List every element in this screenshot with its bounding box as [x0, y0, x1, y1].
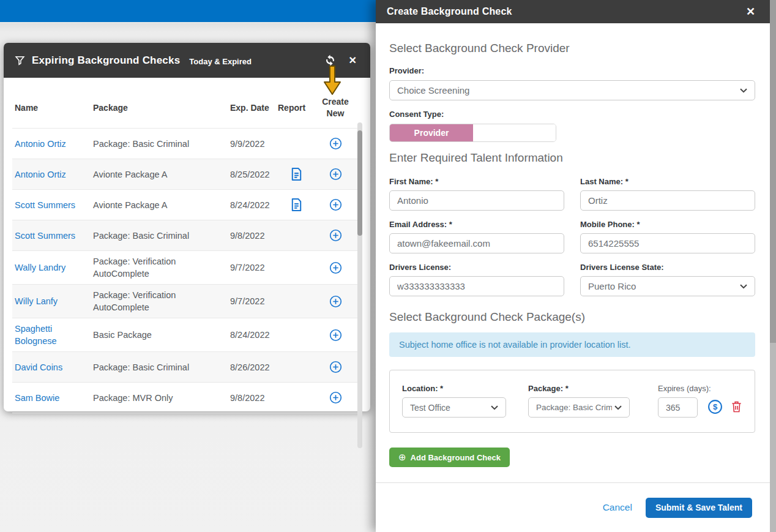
drivers-license-field[interactable] — [389, 276, 564, 296]
location-select[interactable]: Test Office — [402, 397, 506, 418]
create-new-button[interactable] — [315, 198, 354, 211]
package-select[interactable]: Package: Basic Criminal — [528, 397, 630, 418]
report-document-icon — [289, 167, 304, 181]
svg-text:$: $ — [713, 402, 718, 411]
plus-circle-icon: ⊕ — [398, 452, 406, 463]
location-select-value: Test Office — [410, 403, 450, 413]
submit-save-talent-button[interactable]: Submit & Save Talent — [646, 498, 752, 518]
create-new-button[interactable] — [315, 361, 354, 373]
report-cell[interactable] — [275, 167, 315, 181]
create-new-button[interactable] — [315, 261, 354, 274]
talent-name-link[interactable]: Wally Landry — [12, 261, 91, 274]
exp-date-cell: 8/25/2022 — [228, 168, 275, 181]
table-row: Antonio OrtizPackage: Basic Criminal9/9/… — [12, 129, 362, 159]
column-header-package: Package — [91, 103, 228, 113]
provider-location-alert: Subject home office is not available in … — [389, 332, 755, 357]
form-field: Email Address: * — [389, 220, 564, 253]
table-row: Wally LandryPackage: Verification AutoCo… — [12, 251, 362, 285]
package-cell: Package: Basic Criminal — [91, 361, 228, 373]
expiring-background-checks-panel: Expiring Background Checks Today & Expir… — [4, 43, 370, 411]
column-header-report: Report — [275, 103, 315, 113]
talent-name-link[interactable]: David Coins — [12, 361, 91, 373]
package-row-card: Location: * Test Office Package: * Packa… — [389, 370, 755, 433]
annotation-arrow-down-icon — [322, 65, 343, 98]
field-label: Last Name: * — [580, 177, 755, 186]
talent-fields-grid: First Name: *Last Name: *Email Address: … — [389, 177, 755, 296]
price-dollar-icon[interactable]: $ — [707, 399, 723, 414]
form-field: Last Name: * — [580, 177, 755, 211]
table-row: Willy LanfyPackage: Verification AutoCom… — [12, 285, 362, 318]
table-row: David CoinsPackage: Basic Criminal8/26/2… — [12, 352, 362, 383]
add-background-check-label: Add Background Check — [411, 453, 501, 462]
package-cell: Package: Basic Criminal — [91, 230, 228, 242]
create-new-button[interactable] — [315, 137, 354, 150]
consent-type-toggle: Provider — [389, 124, 556, 142]
provider-select[interactable]: Choice Screening — [389, 80, 755, 100]
talent-name-link[interactable]: Antonio Ortiz — [12, 168, 91, 181]
package-cell: Avionte Package A — [91, 199, 228, 211]
close-icon: ✕ — [349, 56, 357, 66]
mobile-phone-field[interactable] — [580, 233, 755, 253]
create-background-check-modal: Create Background Check ✕ Select Backgro… — [376, 0, 776, 532]
location-label: Location: * — [402, 384, 506, 393]
modal-close-button[interactable]: ✕ — [744, 4, 758, 20]
drivers-license-state-select[interactable]: Puerto Rico — [580, 276, 755, 296]
delete-trash-icon[interactable] — [731, 400, 742, 413]
field-label: Drivers License: — [389, 263, 564, 272]
field-label: First Name: * — [389, 177, 564, 186]
package-section-heading: Select Background Check Package(s) — [389, 310, 755, 324]
report-document-icon — [289, 198, 304, 212]
email-field[interactable] — [389, 233, 564, 253]
create-new-plus-icon — [329, 261, 342, 274]
talent-name-link[interactable]: Scott Summers — [12, 230, 91, 242]
modal-footer: Cancel Submit & Save Talent — [376, 482, 770, 532]
add-background-check-button[interactable]: ⊕ Add Background Check — [389, 448, 510, 467]
talent-name-link[interactable]: Sam Bowie — [12, 392, 91, 404]
talent-name-link[interactable]: Spaghetti Bolognese — [12, 323, 91, 347]
panel-header: Expiring Background Checks Today & Expir… — [4, 43, 370, 78]
consent-option-provider[interactable]: Provider — [390, 124, 473, 141]
talent-section-heading: Enter Required Talent Information — [389, 151, 755, 165]
column-header-create-new: Create New — [315, 96, 354, 119]
panel-subtitle: Today & Expired — [189, 57, 252, 66]
exp-date-cell: 8/26/2022 — [228, 361, 275, 373]
select-value: Puerto Rico — [588, 281, 636, 291]
table-row: Spaghetti BologneseBasic Package8/24/202… — [12, 318, 362, 352]
package-label: Package: * — [528, 384, 630, 393]
report-cell[interactable] — [275, 198, 315, 212]
panel-close-button[interactable]: ✕ — [346, 53, 359, 68]
modal-scrollbar-thumb[interactable] — [770, 0, 776, 343]
expires-days-input[interactable] — [658, 397, 698, 418]
form-field: Drivers License: — [389, 263, 564, 296]
exp-date-cell: 8/24/2022 — [228, 199, 275, 211]
provider-section-heading: Select Background Check Provider — [389, 42, 755, 55]
create-new-button[interactable] — [315, 168, 354, 181]
talent-name-link[interactable]: Scott Summers — [12, 199, 91, 211]
create-new-button[interactable] — [315, 229, 354, 242]
create-new-plus-icon — [329, 198, 342, 211]
table-scrollbar-track[interactable] — [357, 122, 362, 448]
first-name-field[interactable] — [389, 190, 564, 211]
create-new-button[interactable] — [315, 391, 354, 404]
last-name-field[interactable] — [580, 190, 755, 211]
talent-name-link[interactable]: Willy Lanfy — [12, 295, 91, 307]
filter-icon — [15, 55, 25, 66]
provider-label: Provider: — [389, 66, 755, 75]
talent-name-link[interactable]: Antonio Ortiz — [12, 138, 91, 150]
chevron-down-icon — [491, 405, 498, 410]
create-new-button[interactable] — [315, 295, 354, 308]
alert-text: Subject home office is not available in … — [399, 340, 631, 350]
create-new-button[interactable] — [315, 329, 354, 342]
expiring-checks-table: Name Package Exp. Date Report Create New… — [4, 78, 370, 413]
modal-title: Create Background Check — [387, 6, 512, 17]
create-new-plus-icon — [329, 137, 342, 150]
cancel-button[interactable]: Cancel — [603, 502, 632, 513]
table-row: Antonio OrtizAvionte Package A8/25/2022 — [12, 159, 362, 190]
table-scrollbar-thumb[interactable] — [357, 130, 362, 236]
table-body: Antonio OrtizPackage: Basic Criminal9/9/… — [12, 129, 362, 413]
consent-option-other[interactable] — [473, 124, 556, 141]
modal-scrollbar-track[interactable] — [770, 0, 776, 532]
form-field: Drivers License State:Puerto Rico — [580, 263, 755, 296]
package-cell: Package: MVR Only — [91, 392, 228, 404]
package-cell: Basic Package — [91, 329, 228, 341]
